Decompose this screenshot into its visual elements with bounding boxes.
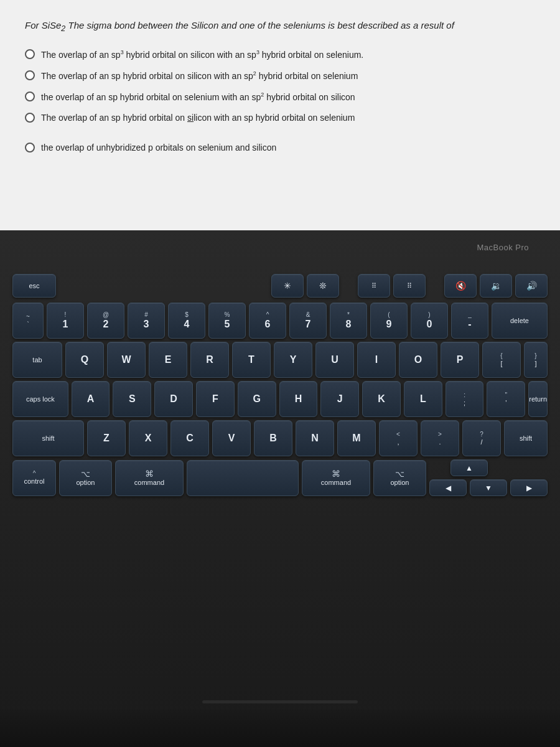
radio-d[interactable] <box>25 113 35 123</box>
g-key[interactable]: G <box>238 381 276 417</box>
q-key[interactable]: Q <box>65 342 104 378</box>
tab-key[interactable]: tab <box>12 342 62 378</box>
option-b[interactable]: The overlap of an sp hybrid orbital on s… <box>25 70 535 82</box>
radio-a[interactable] <box>25 49 35 59</box>
key-7[interactable]: & 7 <box>289 303 327 339</box>
esc-key[interactable]: esc <box>12 274 56 298</box>
lbracket-key[interactable]: { [ <box>482 342 521 378</box>
key-6[interactable]: ^ 6 <box>249 303 286 339</box>
k-key[interactable]: K <box>362 381 401 417</box>
shift-right-key[interactable]: shift <box>504 420 548 456</box>
up-arrow-key[interactable]: ▲ <box>450 459 488 476</box>
radio-b[interactable] <box>25 70 35 80</box>
key-4[interactable]: $ 4 <box>168 303 205 339</box>
d-key[interactable]: D <box>154 381 193 417</box>
kbd-light-down-key[interactable]: ⠿ <box>358 274 390 298</box>
l-label: L <box>420 394 426 404</box>
s-key[interactable]: S <box>113 381 151 417</box>
down-arrow-icon: ▼ <box>485 484 492 492</box>
l-key[interactable]: L <box>404 381 442 417</box>
h-key[interactable]: H <box>279 381 318 417</box>
option-right-key[interactable]: ⌥ option <box>373 460 426 496</box>
brightness-down-key[interactable]: ✳ <box>271 274 304 298</box>
radio-e[interactable] <box>25 143 35 153</box>
j-key[interactable]: J <box>320 381 359 417</box>
option-e-container[interactable]: the overlap of unhybridized p orbitals o… <box>25 142 535 163</box>
f-key[interactable]: F <box>196 381 235 417</box>
key-9[interactable]: ( 9 <box>370 303 408 339</box>
right-arrow-key[interactable]: ▶ <box>510 479 548 496</box>
key-8[interactable]: * 8 <box>330 303 367 339</box>
brightness-up-key[interactable]: ❊ <box>307 274 339 298</box>
tilde-key[interactable]: ~ ` <box>12 303 44 339</box>
x-key[interactable]: X <box>129 420 167 456</box>
c-key[interactable]: C <box>170 420 209 456</box>
space-key[interactable] <box>187 460 299 496</box>
fn-row: esc ✳ ❊ ⠿ ⠿ 🔇 🔉 🔊 <box>12 274 548 298</box>
e-key[interactable]: E <box>149 342 187 378</box>
r-key[interactable]: R <box>190 342 229 378</box>
rbrace-label: } <box>534 353 536 359</box>
key-1[interactable]: ! 1 <box>47 303 84 339</box>
kbd-light-up-key[interactable]: ⠿ <box>393 274 426 298</box>
i-key[interactable]: I <box>357 342 396 378</box>
n-key[interactable]: N <box>296 420 334 456</box>
keyboard: esc ✳ ❊ ⠿ ⠿ 🔇 🔉 🔊 <box>6 268 554 505</box>
key-3[interactable]: # 3 <box>128 303 165 339</box>
b-key[interactable]: B <box>254 420 292 456</box>
shift-left-key[interactable]: shift <box>12 420 84 456</box>
option-d[interactable]: The overlap of an sp hybrid orbital on s… <box>25 112 535 125</box>
key-2[interactable]: @ 2 <box>87 303 124 339</box>
m-key[interactable]: M <box>337 420 376 456</box>
num2-label: 2 <box>103 319 109 329</box>
num3-label: 3 <box>144 319 149 329</box>
delete-key[interactable]: delete <box>492 303 548 339</box>
minus-key[interactable]: _ - <box>451 303 488 339</box>
caps-key[interactable]: caps lock <box>12 381 68 417</box>
radio-c[interactable] <box>25 92 35 101</box>
w-label: W <box>121 355 131 365</box>
option-a[interactable]: The overlap of an sp3 hybrid orbital on … <box>25 49 535 61</box>
option-c-text: the overlap of an sp hybrid orbital on s… <box>41 91 355 103</box>
command-right-key[interactable]: ⌘ command <box>302 460 370 496</box>
k-label: K <box>378 394 385 404</box>
o-key[interactable]: O <box>399 342 437 378</box>
option-c[interactable]: the overlap of an sp hybrid orbital on s… <box>25 91 535 103</box>
quote-key[interactable]: " ' <box>487 381 525 417</box>
right-arrow-icon: ▶ <box>526 484 532 492</box>
vol-up-key[interactable]: 🔊 <box>515 274 548 298</box>
num9-label: 9 <box>386 319 392 329</box>
fn-key[interactable]: ^ control <box>12 460 56 496</box>
control-label: control <box>24 478 44 485</box>
mute-key[interactable]: 🔇 <box>444 274 477 298</box>
command-left-key[interactable]: ⌘ command <box>115 460 184 496</box>
t-key[interactable]: T <box>232 342 271 378</box>
a-key[interactable]: A <box>72 381 110 417</box>
z-key[interactable]: Z <box>87 420 126 456</box>
option-e[interactable]: the overlap of unhybridized p orbitals o… <box>25 142 535 154</box>
y-key[interactable]: Y <box>274 342 312 378</box>
zxcv-row: shift Z X C V B N M < <box>12 420 548 456</box>
period-label: . <box>439 439 441 446</box>
period-key[interactable]: > . <box>421 420 459 456</box>
key-0[interactable]: ) 0 <box>411 303 448 339</box>
comma-key[interactable]: < , <box>379 420 418 456</box>
key-5[interactable]: % 5 <box>208 303 246 339</box>
slash-key[interactable]: ? / <box>462 420 501 456</box>
vol-down-key[interactable]: 🔉 <box>480 274 512 298</box>
left-arrow-icon: ◀ <box>446 484 451 492</box>
rbracket-key[interactable]: } ] <box>524 342 548 378</box>
shift-right-label: shift <box>520 435 532 442</box>
return-key[interactable]: return <box>528 381 548 417</box>
command-icon: ⌘ <box>145 469 154 478</box>
p-key[interactable]: P <box>441 342 479 378</box>
option-key[interactable]: ⌥ option <box>59 460 112 496</box>
left-arrow-key[interactable]: ◀ <box>429 479 467 496</box>
w-key[interactable]: W <box>107 342 146 378</box>
v-key[interactable]: V <box>212 420 251 456</box>
trackpad <box>202 700 358 703</box>
i-label: I <box>375 355 378 365</box>
down-arrow-key[interactable]: ▼ <box>470 479 507 496</box>
semicolon-key[interactable]: : ; <box>446 381 484 417</box>
u-key[interactable]: U <box>315 342 354 378</box>
